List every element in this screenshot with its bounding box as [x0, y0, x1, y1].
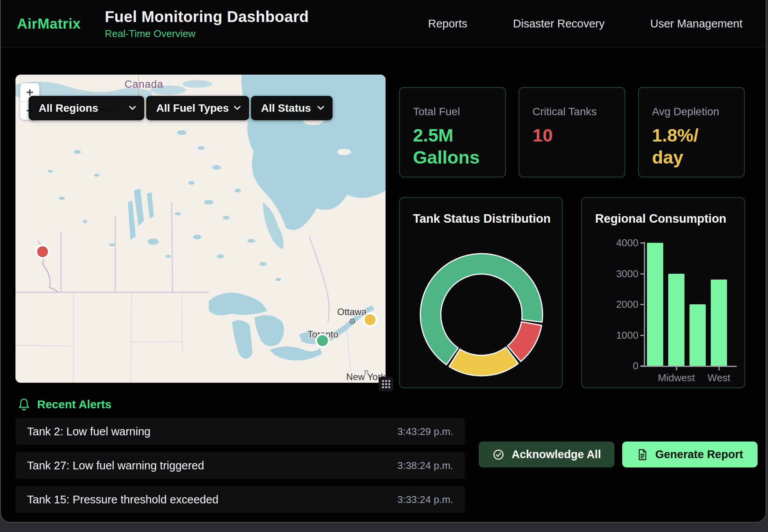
map-panel[interactable]: Canada OttawaTorontoNew York + − All Reg… [15, 75, 386, 383]
alerts-title: Recent Alerts [37, 398, 111, 411]
check-circle-icon [492, 448, 505, 461]
chevron-down-icon [317, 106, 324, 110]
acknowledge-all-label: Acknowledge All [512, 448, 601, 461]
dashboard-window: AirMatrix Fuel Monitoring Dashboard Real… [0, 0, 766, 523]
bar-chart-y-axis [644, 242, 645, 367]
stat-card-total-fuel: Total Fuel2.5M Gallons [399, 87, 506, 177]
alert-time: 3:43:29 p.m. [397, 426, 453, 438]
alert-text: Tank 27: Low fuel warning triggered [27, 459, 204, 472]
nav-disaster-recovery[interactable]: Disaster Recovery [513, 17, 605, 30]
donut-chart-title: Tank Status Distribution [413, 212, 551, 226]
nav-user-management[interactable]: User Management [650, 17, 742, 30]
map-canvas[interactable]: Canada OttawaTorontoNew York [15, 75, 386, 383]
bar-4 [711, 280, 727, 366]
filter-label: All Regions [29, 102, 98, 114]
alert-row-3[interactable]: Tank 15: Pressure threshold exceeded3:33… [15, 486, 465, 513]
generate-report-button[interactable]: Generate Report [622, 442, 758, 467]
bar-1 [647, 243, 663, 366]
y-tick [640, 242, 644, 244]
acknowledge-all-button[interactable]: Acknowledge All [479, 442, 614, 467]
bell-icon [18, 397, 30, 411]
y-tick-label: 0 [592, 360, 638, 372]
chevron-down-icon [234, 106, 241, 110]
filter-all-regions[interactable]: All Regions [29, 96, 144, 120]
tank-status-donut-chart [400, 198, 563, 387]
stat-label: Critical Tanks [532, 106, 611, 118]
x-tick-label-west: West [688, 372, 750, 384]
bar-chart-title: Regional Consumption [595, 212, 726, 226]
map-marker-warning[interactable] [364, 314, 377, 326]
title-block: Fuel Monitoring Dashboard Real-Time Over… [105, 8, 309, 40]
bar-3 [689, 304, 706, 366]
y-tick-label: 4000 [592, 237, 638, 249]
filter-label: All Fuel Types [146, 102, 229, 114]
donut-segment-warning [449, 347, 518, 376]
app-logo: AirMatrix [17, 16, 81, 32]
filter-all-status[interactable]: All Status [251, 96, 333, 120]
tank-status-card: Tank Status Distribution [399, 197, 563, 388]
stat-label: Total Fuel [413, 106, 492, 118]
y-tick [640, 273, 644, 275]
filter-label: All Status [251, 102, 311, 114]
nav-reports[interactable]: Reports [428, 17, 468, 30]
page-title: Fuel Monitoring Dashboard [105, 8, 309, 26]
main-nav: ReportsDisaster RecoveryUser Management [428, 17, 749, 30]
alert-row-2[interactable]: Tank 27: Low fuel warning triggered3:38:… [15, 452, 465, 479]
bar-2 [668, 274, 684, 366]
alerts-list: Tank 2: Low fuel warning3:43:29 p.m.Tank… [15, 418, 465, 513]
y-tick-label: 3000 [592, 268, 638, 280]
generate-report-label: Generate Report [655, 448, 743, 461]
bar-chart-x-axis [641, 366, 737, 367]
x-tick [719, 367, 720, 370]
y-tick [640, 335, 644, 336]
stat-card-avg-depletion: Avg Depletion1.8%/day [638, 87, 745, 177]
map-label-ottawa: Ottawa [337, 307, 367, 317]
alert-text: Tank 15: Pressure threshold exceeded [27, 493, 218, 506]
stat-label: Avg Depletion [652, 106, 731, 118]
stat-card-critical-tanks: Critical Tanks10 [519, 87, 625, 177]
y-tick-label: 2000 [592, 298, 638, 310]
chevron-down-icon [129, 106, 136, 110]
stat-value: 1.8%/day [652, 124, 702, 169]
map-marker-normal[interactable] [316, 334, 329, 347]
filter-all-fuel-types[interactable]: All Fuel Types [146, 96, 249, 120]
map-marker-critical[interactable] [36, 246, 49, 258]
alert-row-1[interactable]: Tank 2: Low fuel warning3:43:29 p.m. [15, 418, 465, 445]
app-header: AirMatrix Fuel Monitoring Dashboard Real… [1, 0, 766, 48]
map-drag-handle-icon[interactable] [379, 377, 393, 391]
alert-text: Tank 2: Low fuel warning [27, 425, 150, 438]
alert-time: 3:38:24 p.m. [397, 460, 453, 472]
y-tick [640, 365, 644, 367]
stats-row: Total Fuel2.5M GallonsCritical Tanks10Av… [399, 87, 745, 177]
y-tick [640, 304, 644, 305]
y-tick-label: 1000 [592, 329, 638, 341]
x-tick [676, 367, 677, 370]
map-country-label: Canada [125, 78, 164, 90]
report-file-icon [637, 448, 648, 461]
regional-consumption-card: Regional Consumption 01000200030004000Mi… [581, 197, 745, 388]
alert-time: 3:33:24 p.m. [397, 494, 453, 506]
stat-value: 10 [532, 124, 611, 146]
stat-value: 2.5M Gallons [413, 124, 492, 169]
page-subtitle: Real-Time Overview [105, 28, 309, 40]
alerts-header: Recent Alerts [18, 397, 111, 411]
